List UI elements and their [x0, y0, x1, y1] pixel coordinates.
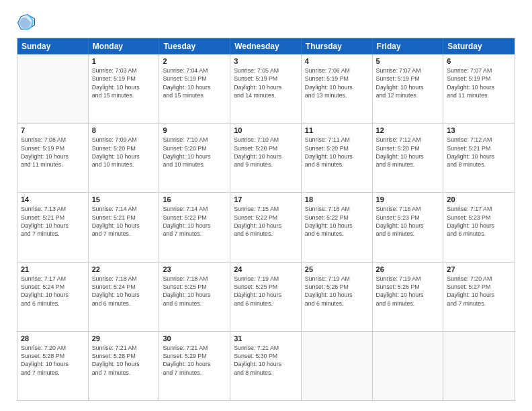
calendar-body: 1Sunrise: 7:03 AM Sunset: 5:19 PM Daylig…: [17, 54, 515, 400]
day-cell-6: 6Sunrise: 7:07 AM Sunset: 5:19 PM Daylig…: [443, 54, 515, 123]
day-info: Sunrise: 7:14 AM Sunset: 5:22 PM Dayligh…: [163, 205, 226, 238]
header-day-saturday: Saturday: [443, 38, 515, 54]
day-info: Sunrise: 7:21 AM Sunset: 5:30 PM Dayligh…: [234, 344, 298, 377]
day-number: 10: [234, 126, 298, 134]
day-number: 26: [376, 265, 440, 273]
day-info: Sunrise: 7:20 AM Sunset: 5:28 PM Dayligh…: [21, 344, 85, 377]
day-cell-16: 16Sunrise: 7:14 AM Sunset: 5:22 PM Dayli…: [159, 193, 230, 261]
day-number: 2: [163, 57, 226, 65]
day-cell-23: 23Sunrise: 7:18 AM Sunset: 5:25 PM Dayli…: [159, 263, 230, 331]
header-day-tuesday: Tuesday: [159, 38, 230, 54]
day-info: Sunrise: 7:16 AM Sunset: 5:22 PM Dayligh…: [305, 205, 369, 238]
day-info: Sunrise: 7:17 AM Sunset: 5:24 PM Dayligh…: [21, 275, 85, 308]
generalblue-logo-icon: [17, 13, 36, 32]
day-cell-26: 26Sunrise: 7:19 AM Sunset: 5:26 PM Dayli…: [373, 263, 444, 331]
day-number: 19: [376, 195, 440, 203]
day-cell-20: 20Sunrise: 7:17 AM Sunset: 5:23 PM Dayli…: [443, 193, 515, 261]
day-number: 8: [92, 126, 156, 134]
day-cell-11: 11Sunrise: 7:11 AM Sunset: 5:20 PM Dayli…: [302, 124, 373, 192]
day-info: Sunrise: 7:18 AM Sunset: 5:24 PM Dayligh…: [92, 275, 156, 308]
day-info: Sunrise: 7:05 AM Sunset: 5:19 PM Dayligh…: [234, 66, 298, 99]
day-info: Sunrise: 7:15 AM Sunset: 5:22 PM Dayligh…: [234, 205, 298, 238]
day-cell-empty-4-6: [443, 332, 515, 400]
day-number: 29: [92, 334, 156, 342]
day-cell-30: 30Sunrise: 7:21 AM Sunset: 5:29 PM Dayli…: [159, 332, 230, 400]
day-info: Sunrise: 7:09 AM Sunset: 5:20 PM Dayligh…: [92, 136, 156, 169]
logo: [17, 13, 40, 32]
day-info: Sunrise: 7:08 AM Sunset: 5:19 PM Dayligh…: [21, 136, 85, 169]
day-info: Sunrise: 7:19 AM Sunset: 5:25 PM Dayligh…: [234, 275, 298, 308]
day-cell-15: 15Sunrise: 7:14 AM Sunset: 5:21 PM Dayli…: [89, 193, 160, 261]
day-number: 24: [234, 265, 298, 273]
day-number: 18: [305, 195, 369, 203]
day-number: 16: [163, 195, 226, 203]
day-cell-10: 10Sunrise: 7:10 AM Sunset: 5:20 PM Dayli…: [230, 124, 302, 192]
header-day-sunday: Sunday: [17, 38, 89, 54]
day-cell-25: 25Sunrise: 7:19 AM Sunset: 5:26 PM Dayli…: [302, 263, 373, 331]
day-info: Sunrise: 7:17 AM Sunset: 5:23 PM Dayligh…: [447, 205, 511, 238]
day-number: 12: [376, 126, 440, 134]
day-number: 25: [305, 265, 369, 273]
header: [17, 13, 515, 32]
day-cell-empty-0-0: [17, 54, 89, 123]
day-number: 28: [21, 334, 85, 342]
day-info: Sunrise: 7:16 AM Sunset: 5:23 PM Dayligh…: [376, 205, 440, 238]
day-number: 13: [447, 126, 511, 134]
day-cell-21: 21Sunrise: 7:17 AM Sunset: 5:24 PM Dayli…: [17, 263, 89, 331]
day-info: Sunrise: 7:12 AM Sunset: 5:20 PM Dayligh…: [376, 136, 440, 169]
day-number: 15: [92, 195, 156, 203]
day-info: Sunrise: 7:14 AM Sunset: 5:21 PM Dayligh…: [92, 205, 156, 238]
header-day-wednesday: Wednesday: [230, 38, 302, 54]
day-cell-2: 2Sunrise: 7:04 AM Sunset: 5:19 PM Daylig…: [159, 54, 230, 123]
day-cell-27: 27Sunrise: 7:20 AM Sunset: 5:27 PM Dayli…: [443, 263, 515, 331]
day-cell-12: 12Sunrise: 7:12 AM Sunset: 5:20 PM Dayli…: [373, 124, 444, 192]
day-cell-8: 8Sunrise: 7:09 AM Sunset: 5:20 PM Daylig…: [89, 124, 160, 192]
day-info: Sunrise: 7:10 AM Sunset: 5:20 PM Dayligh…: [234, 136, 298, 169]
day-number: 30: [163, 334, 226, 342]
day-number: 9: [163, 126, 226, 134]
day-cell-24: 24Sunrise: 7:19 AM Sunset: 5:25 PM Dayli…: [230, 263, 302, 331]
day-number: 6: [447, 57, 511, 65]
day-cell-empty-4-5: [373, 332, 444, 400]
day-number: 1: [92, 57, 156, 65]
day-number: 22: [92, 265, 156, 273]
day-info: Sunrise: 7:19 AM Sunset: 5:26 PM Dayligh…: [376, 275, 440, 308]
day-cell-1: 1Sunrise: 7:03 AM Sunset: 5:19 PM Daylig…: [89, 54, 160, 123]
header-day-thursday: Thursday: [302, 38, 373, 54]
day-number: 5: [376, 57, 440, 65]
calendar-row-3: 21Sunrise: 7:17 AM Sunset: 5:24 PM Dayli…: [17, 262, 515, 331]
day-number: 20: [447, 195, 511, 203]
calendar-row-0: 1Sunrise: 7:03 AM Sunset: 5:19 PM Daylig…: [17, 54, 515, 123]
calendar-row-4: 28Sunrise: 7:20 AM Sunset: 5:28 PM Dayli…: [17, 331, 515, 400]
day-number: 31: [234, 334, 298, 342]
day-info: Sunrise: 7:21 AM Sunset: 5:28 PM Dayligh…: [92, 344, 156, 377]
day-info: Sunrise: 7:12 AM Sunset: 5:21 PM Dayligh…: [447, 136, 511, 169]
day-cell-3: 3Sunrise: 7:05 AM Sunset: 5:19 PM Daylig…: [230, 54, 302, 123]
day-cell-14: 14Sunrise: 7:13 AM Sunset: 5:21 PM Dayli…: [17, 193, 89, 261]
day-info: Sunrise: 7:07 AM Sunset: 5:19 PM Dayligh…: [376, 66, 440, 99]
day-number: 4: [305, 57, 369, 65]
day-cell-4: 4Sunrise: 7:06 AM Sunset: 5:19 PM Daylig…: [302, 54, 373, 123]
day-number: 7: [21, 126, 85, 134]
page: SundayMondayTuesdayWednesdayThursdayFrid…: [0, 0, 532, 411]
header-day-monday: Monday: [89, 38, 160, 54]
day-cell-29: 29Sunrise: 7:21 AM Sunset: 5:28 PM Dayli…: [89, 332, 160, 400]
day-cell-5: 5Sunrise: 7:07 AM Sunset: 5:19 PM Daylig…: [373, 54, 444, 123]
day-number: 14: [21, 195, 85, 203]
calendar: SundayMondayTuesdayWednesdayThursdayFrid…: [17, 38, 515, 401]
day-cell-13: 13Sunrise: 7:12 AM Sunset: 5:21 PM Dayli…: [443, 124, 515, 192]
day-number: 21: [21, 265, 85, 273]
day-info: Sunrise: 7:07 AM Sunset: 5:19 PM Dayligh…: [447, 66, 511, 99]
day-info: Sunrise: 7:21 AM Sunset: 5:29 PM Dayligh…: [163, 344, 226, 377]
day-number: 11: [305, 126, 369, 134]
day-cell-22: 22Sunrise: 7:18 AM Sunset: 5:24 PM Dayli…: [89, 263, 160, 331]
day-number: 23: [163, 265, 226, 273]
day-info: Sunrise: 7:11 AM Sunset: 5:20 PM Dayligh…: [305, 136, 369, 169]
calendar-header: SundayMondayTuesdayWednesdayThursdayFrid…: [17, 38, 515, 54]
day-cell-9: 9Sunrise: 7:10 AM Sunset: 5:20 PM Daylig…: [159, 124, 230, 192]
day-info: Sunrise: 7:03 AM Sunset: 5:19 PM Dayligh…: [92, 66, 156, 99]
day-info: Sunrise: 7:19 AM Sunset: 5:26 PM Dayligh…: [305, 275, 369, 308]
day-info: Sunrise: 7:10 AM Sunset: 5:20 PM Dayligh…: [163, 136, 226, 169]
day-cell-7: 7Sunrise: 7:08 AM Sunset: 5:19 PM Daylig…: [17, 124, 89, 192]
day-cell-empty-4-4: [302, 332, 373, 400]
